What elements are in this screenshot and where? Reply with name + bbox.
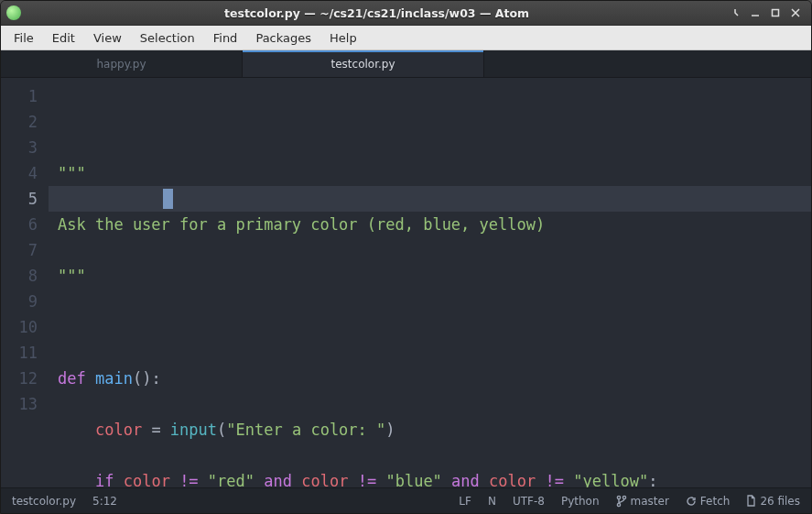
minimize-button[interactable] (745, 5, 765, 21)
menu-edit[interactable]: Edit (43, 28, 84, 48)
line-number: 10 (1, 314, 38, 340)
tab-label: testcolor.py (330, 58, 395, 71)
code-line: """ (58, 160, 811, 186)
code-line (58, 314, 811, 340)
atom-app-icon (6, 5, 21, 20)
tab-happy-py[interactable]: happy.py (1, 50, 243, 77)
branch-name: master (631, 495, 669, 508)
line-number: 5 (1, 186, 38, 212)
window-menu-button[interactable] (725, 5, 745, 21)
status-fetch[interactable]: Fetch (686, 495, 731, 508)
line-number: 1 (1, 83, 38, 109)
window-title: testcolor.py — ~/cs21/cs21/inclass/w03 —… (28, 6, 725, 20)
svg-point-3 (617, 503, 620, 506)
status-files[interactable]: 26 files (746, 495, 800, 508)
status-filename[interactable]: testcolor.py (12, 495, 76, 508)
status-line-ending[interactable]: LF (459, 495, 471, 508)
cursor (163, 189, 173, 209)
maximize-button[interactable] (765, 5, 785, 21)
line-number: 2 (1, 109, 38, 135)
status-grammar[interactable]: Python (561, 495, 600, 508)
code-line: Ask the user for a primary color (red, b… (58, 212, 811, 237)
atom-window: testcolor.py — ~/cs21/cs21/inclass/w03 —… (0, 0, 812, 514)
code-line: color = input("Enter a color: ") (58, 417, 811, 443)
svg-point-2 (623, 496, 625, 498)
editor[interactable]: 1 2 3 4 5 6 7 8 9 10 11 12 13 """ Ask th… (1, 78, 811, 487)
svg-point-1 (617, 496, 620, 498)
gutter: 1 2 3 4 5 6 7 8 9 10 11 12 13 (1, 78, 49, 487)
code-area[interactable]: """ Ask the user for a primary color (re… (49, 78, 811, 487)
line-number: 12 (1, 366, 38, 391)
menu-selection[interactable]: Selection (131, 28, 204, 48)
svg-rect-0 (773, 10, 779, 16)
line-number: 6 (1, 212, 38, 237)
line-number: 11 (1, 340, 38, 366)
menu-packages[interactable]: Packages (246, 28, 320, 48)
git-branch-icon (616, 495, 627, 508)
tab-testcolor-py[interactable]: testcolor.py (243, 50, 484, 77)
line-number: 8 (1, 263, 38, 289)
files-label: 26 files (760, 495, 800, 508)
window-controls (725, 5, 806, 21)
menubar: File Edit View Selection Find Packages H… (1, 26, 811, 50)
tabbar: happy.py testcolor.py (1, 50, 811, 78)
code-line: def main(): (58, 366, 811, 391)
status-n[interactable]: N (488, 495, 496, 508)
refresh-icon (686, 496, 697, 507)
line-number: 4 (1, 160, 38, 186)
code-line: if color != "red" and color != "blue" an… (58, 468, 811, 487)
file-icon (746, 495, 756, 507)
fetch-label: Fetch (700, 495, 731, 508)
status-git-branch[interactable]: master (616, 495, 669, 508)
menu-find[interactable]: Find (204, 28, 247, 48)
close-button[interactable] (785, 5, 806, 21)
code-line: """ (58, 263, 811, 289)
titlebar: testcolor.py — ~/cs21/cs21/inclass/w03 —… (1, 1, 811, 26)
menu-file[interactable]: File (5, 28, 43, 48)
tab-label: happy.py (96, 58, 146, 71)
line-number: 7 (1, 237, 38, 263)
statusbar: testcolor.py 5:12 LF N UTF-8 Python mast… (1, 487, 811, 513)
menu-view[interactable]: View (84, 28, 131, 48)
status-cursor[interactable]: 5:12 (92, 495, 117, 508)
line-number: 9 (1, 289, 38, 314)
line-number: 13 (1, 391, 38, 417)
menu-help[interactable]: Help (320, 28, 366, 48)
status-encoding[interactable]: UTF-8 (513, 495, 545, 508)
line-number: 3 (1, 135, 38, 160)
